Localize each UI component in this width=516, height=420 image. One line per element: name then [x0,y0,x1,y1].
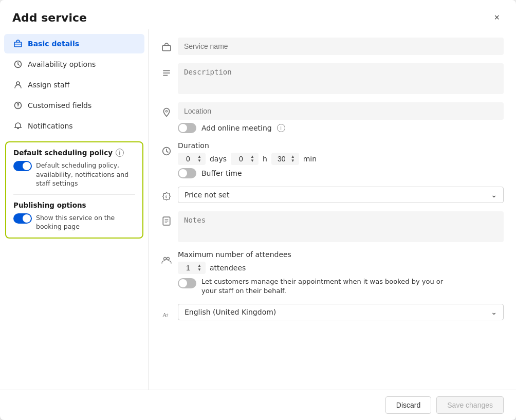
svg-text:$: $ [165,195,167,199]
minutes-label: min [303,155,317,163]
buffer-time-toggle-track[interactable] [178,168,196,178]
clock-icon [13,60,23,69]
sidebar-policy-section: Default scheduling policy i Default sche… [5,141,143,239]
sidebar-item-basic-details-label: Basic details [28,40,79,48]
policy-info-icon[interactable]: i [116,149,124,157]
buffer-time-toggle[interactable] [178,168,196,178]
online-meeting-toggle[interactable] [178,123,196,133]
description-field [178,63,504,94]
description-input[interactable] [178,63,504,94]
duration-label: Duration [178,141,504,150]
attendees-input-group: ▲ ▼ [178,262,206,274]
save-button[interactable]: Save changes [436,396,504,414]
policy-toggle[interactable] [13,161,32,171]
sidebar-item-availability[interactable]: Availability options [4,54,144,74]
clock-field-icon [161,147,172,156]
notes-input[interactable] [178,211,504,242]
minutes-spin-buttons: ▲ ▼ [290,155,296,163]
policy-body: Default scheduling policy, availability,… [13,161,135,188]
language-field-icon: A † [161,309,172,318]
days-spin-buttons: ▲ ▼ [196,155,202,163]
online-meeting-toggle-track[interactable] [178,123,196,133]
bell-icon [13,121,23,131]
days-input-group: ▲ ▼ [178,153,206,165]
attendees-spin-buttons: ▲ ▼ [196,264,202,272]
svg-point-3 [16,82,20,85]
sidebar-item-notifications-label: Notifications [28,122,73,130]
language-field: English (United Kingdom) ⌄ [178,304,504,320]
notes-field [178,211,504,242]
sidebar: Basic details Availability options [0,29,149,390]
hours-spin-buttons: ▲ ▼ [249,155,255,163]
service-name-row [161,38,504,55]
discard-button[interactable]: Discard [385,396,431,414]
sidebar-item-basic-details[interactable]: Basic details [4,34,144,53]
price-dropdown[interactable]: Price not set ⌄ [178,187,504,203]
attendees-down-button[interactable]: ▼ [196,268,202,272]
hours-down-button[interactable]: ▼ [249,159,255,163]
days-input[interactable] [181,155,195,163]
service-name-field [178,38,504,55]
price-field-icon: $ [161,192,172,201]
briefcase-icon [13,39,23,48]
add-service-dialog: Add service × Basic details [0,0,516,420]
buffer-time-label: Buffer time [201,169,242,177]
publishing-body: Show this service on the booking page [13,213,135,231]
duration-row: Duration ▲ ▼ days [161,141,504,178]
language-dropdown[interactable]: English (United Kingdom) ⌄ [178,304,504,320]
online-meeting-info-icon[interactable]: i [277,124,285,132]
buffer-time-row: Buffer time [178,168,504,178]
policy-title: Default scheduling policy i [13,149,135,157]
policy-toggle-track[interactable] [13,161,32,171]
lines-field-icon [161,68,172,78]
sidebar-item-customised-fields-label: Customised fields [28,101,91,109]
sidebar-item-assign-staff-label: Assign staff [28,81,69,89]
svg-point-18 [167,258,170,260]
language-label: English (United Kingdom) [185,308,276,316]
manage-appointment-row: Let customers manage their appointment w… [178,277,504,296]
dialog-title: Add service [12,11,87,24]
price-chevron-icon: ⌄ [491,191,497,199]
days-label: days [210,155,227,163]
days-down-button[interactable]: ▼ [196,159,202,163]
attendees-field-icon [161,255,172,265]
duration-field: Duration ▲ ▼ days [178,141,504,178]
attendees-input-row: ▲ ▼ attendees [178,262,504,274]
location-input[interactable] [178,102,504,120]
attendees-input[interactable] [181,264,195,272]
attendees-row: Maximum number of attendees ▲ ▼ attendee… [161,250,504,296]
sidebar-item-customised-fields[interactable]: Customised fields [4,96,144,115]
minutes-down-button[interactable]: ▼ [290,159,296,163]
duration-inputs: ▲ ▼ days ▲ ▼ h [178,153,504,165]
location-row: Add online meeting i [161,102,504,133]
sidebar-item-notifications[interactable]: Notifications [4,116,144,136]
service-name-input[interactable] [178,38,504,55]
close-button[interactable]: × [490,10,504,25]
policy-text: Default scheduling policy, availability,… [36,161,135,188]
manage-appointment-label: Let customers manage their appointment w… [201,277,448,296]
max-attendees-label: Maximum number of attendees [178,250,504,259]
notes-row [161,211,504,242]
publishing-toggle[interactable] [13,213,32,224]
manage-appointment-toggle[interactable] [178,278,196,288]
hours-input-group: ▲ ▼ [231,153,259,165]
price-field: Price not set ⌄ [178,187,504,203]
sidebar-item-availability-label: Availability options [28,60,96,68]
dialog-body: Basic details Availability options [0,29,516,390]
location-field-icon [161,107,172,117]
price-label: Price not set [185,191,229,199]
svg-text:†: † [166,313,169,318]
minutes-input[interactable] [274,155,289,163]
policy-block: Default scheduling policy i Default sche… [13,149,135,188]
dialog-footer: Discard Save changes [0,390,516,420]
manage-appointment-toggle-track[interactable] [178,278,196,288]
attendees-label: attendees [210,264,246,272]
sidebar-item-assign-staff[interactable]: Assign staff [4,75,144,95]
online-meeting-label: Add online meeting [201,124,272,132]
publishing-toggle-track[interactable] [13,213,32,224]
hours-input[interactable] [234,155,248,163]
publishing-title: Publishing options [13,201,135,209]
briefcase-field-icon [161,43,172,52]
dialog-header: Add service × [0,0,516,29]
person-icon [13,80,23,89]
